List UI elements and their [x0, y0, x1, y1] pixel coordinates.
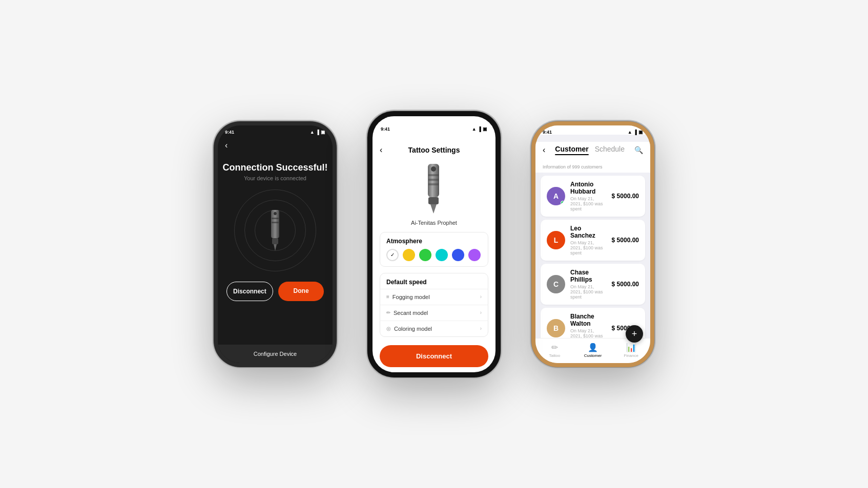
p2-page-title: Tattoo Settings	[408, 146, 460, 154]
atmosphere-label: Atmosphere	[386, 238, 482, 245]
finance-nav-label: Finance	[624, 353, 638, 358]
avatar-leo: L	[547, 231, 565, 249]
phone-connection: 9:41 ▲ ▐ ▣ ‹ Connection Successful! Your…	[214, 121, 337, 367]
connection-title: Connection Successful!	[222, 162, 327, 173]
customer-info-count: Information of 999 customers	[535, 161, 650, 173]
customer-amount-leo: $ 5000.00	[612, 237, 639, 244]
tab-schedule[interactable]: Schedule	[595, 145, 625, 155]
customer-info-antonio: Antonio Hubbard On May 21, 2021, $100 wa…	[570, 181, 607, 211]
customer-name-antonio: Antonio Hubbard	[570, 181, 607, 195]
p2-disconnect-button[interactable]: Disconnect	[380, 345, 488, 367]
phone1-action-buttons: Disconnect Done	[226, 282, 324, 301]
customer-nav-label: Customer	[584, 353, 602, 358]
phone-customer: 9:41 ▲ ▐ ▣ ‹ Customer	[531, 121, 654, 367]
customer-date-antonio: On May 21, 2021, $100 was spent	[570, 196, 607, 211]
color-options: ✓	[386, 249, 482, 261]
p3-time: 9:41	[543, 130, 552, 135]
nav-item-tattoo[interactable]: ✏ Tattoo	[535, 343, 574, 358]
phone3-header: ‹ Customer Schedule 🔍	[535, 142, 650, 161]
phone2-header: ‹ Tattoo Settings	[373, 143, 495, 156]
customer-amount-chase: $ 5000.00	[612, 281, 639, 288]
secant-icon: ✏	[386, 310, 390, 315]
color-purple[interactable]	[468, 249, 481, 261]
disconnect-button[interactable]: Disconnect	[226, 282, 273, 301]
scene: 9:41 ▲ ▐ ▣ ‹ Connection Successful! Your…	[0, 0, 868, 488]
phone1-status-bar: 9:41 ▲ ▐ ▣	[218, 125, 333, 137]
avatar-chase: C	[547, 275, 565, 293]
secant-label: Secant model	[394, 310, 428, 316]
configure-device-bar[interactable]: Configure Device	[218, 345, 333, 363]
radar-ring-inner	[255, 210, 296, 251]
phone-tattoo-settings: 9:41 ▲ ▐ ▣ ‹ Tattoo Settings	[367, 111, 501, 377]
coloring-chevron: ›	[480, 326, 482, 331]
customer-date-chase: On May 21, 2021, $100 was spent	[570, 284, 607, 300]
coloring-label: Coloring model	[394, 326, 432, 332]
atmosphere-section: Atmosphere ✓	[380, 232, 488, 267]
nav-item-customer[interactable]: 👤 Customer	[574, 343, 612, 358]
fogging-label: Fogging model	[392, 294, 430, 300]
speed-coloring[interactable]: ◎ Coloring model ›	[380, 321, 488, 336]
nav-item-finance[interactable]: 📊 Finance	[612, 343, 650, 358]
customer-card-chase[interactable]: C Chase Phillips On May 21, 2021, $100 w…	[541, 264, 645, 305]
p1-status-icons: ▲ ▐ ▣	[310, 130, 325, 135]
online-indicator	[561, 201, 565, 205]
customer-info-chase: Chase Phillips On May 21, 2021, $100 was…	[570, 269, 607, 300]
color-cyan[interactable]	[436, 249, 448, 261]
search-icon[interactable]: 🔍	[634, 146, 643, 154]
color-yellow[interactable]	[403, 249, 415, 261]
phone3-tabs: Customer Schedule	[545, 145, 634, 155]
p2-wifi-icon: ▲	[472, 126, 477, 132]
wifi-icon: ▲	[310, 130, 315, 135]
connection-subtitle: Your device is connected	[244, 175, 306, 181]
add-customer-fab[interactable]: +	[626, 325, 643, 343]
p2-battery-icon: ▣	[483, 126, 487, 132]
speed-fogging[interactable]: ≡ Fogging model ›	[380, 289, 488, 305]
customer-card-leo[interactable]: L Leo Sanchez On May 21, 2021, $100 was …	[541, 220, 645, 261]
back-arrow-icon[interactable]: ‹	[225, 141, 228, 150]
p2-back-arrow[interactable]: ‹	[380, 145, 382, 155]
p2-time: 9:41	[381, 126, 390, 132]
phone1-screen: 9:41 ▲ ▐ ▣ ‹ Connection Successful! Your…	[218, 125, 333, 363]
battery-icon: ▣	[321, 130, 325, 135]
speed-section: Default speed ≡ Fogging model › ✏ Secant…	[380, 273, 488, 337]
svg-rect-12	[428, 183, 439, 185]
finance-nav-icon: 📊	[626, 343, 636, 352]
avatar-antonio: A	[547, 187, 565, 205]
p3-battery-icon: ▣	[638, 130, 643, 135]
p2-signal-icon: ▐	[478, 126, 481, 132]
pen-model-name: Ai-Tenitas Prophet	[411, 220, 457, 226]
p2-status-icons: ▲ ▐ ▣	[472, 126, 487, 132]
tab-underline	[555, 154, 588, 155]
customer-info-blanche: Blanche Walton On May 21, 2021, $100 was…	[570, 313, 607, 338]
customer-date-blanche: On May 21, 2021, $100 was spent	[570, 328, 607, 338]
tattoo-nav-icon: ✏	[551, 343, 558, 352]
avatar-blanche: B	[547, 319, 565, 337]
customer-card-antonio[interactable]: A Antonio Hubbard On May 21, 2021, $100 …	[541, 176, 645, 217]
color-white[interactable]: ✓	[386, 249, 399, 261]
tab-customer[interactable]: Customer	[555, 145, 588, 155]
svg-rect-11	[428, 179, 439, 181]
phone2-screen: 9:41 ▲ ▐ ▣ ‹ Tattoo Settings	[373, 116, 495, 372]
customer-name-leo: Leo Sanchez	[570, 225, 607, 239]
p3-status-icons: ▲ ▐ ▣	[628, 130, 643, 135]
svg-point-9	[431, 166, 436, 172]
pen-showcase: Ai-Tenitas Prophet	[373, 156, 495, 229]
fogging-chevron: ›	[480, 294, 482, 300]
color-blue[interactable]	[452, 249, 464, 261]
customer-amount-antonio: $ 5000.00	[612, 193, 639, 200]
svg-marker-8	[430, 204, 437, 214]
p3-signal-icon: ▐	[634, 130, 637, 135]
pen-showcase-illustration	[414, 161, 454, 218]
svg-rect-10	[428, 174, 439, 176]
p3-wifi-icon: ▲	[628, 130, 632, 135]
color-green[interactable]	[419, 249, 431, 261]
done-button[interactable]: Done	[278, 282, 324, 301]
secant-chevron: ›	[480, 310, 482, 315]
device-radar	[234, 189, 316, 271]
fogging-icon: ≡	[386, 294, 389, 300]
signal-icon: ▐	[316, 130, 319, 135]
customer-info-leo: Leo Sanchez On May 21, 2021, $100 was sp…	[570, 225, 607, 256]
speed-secant[interactable]: ✏ Secant model ›	[380, 305, 488, 321]
p1-time: 9:41	[225, 130, 234, 135]
customer-name-blanche: Blanche Walton	[570, 313, 607, 327]
